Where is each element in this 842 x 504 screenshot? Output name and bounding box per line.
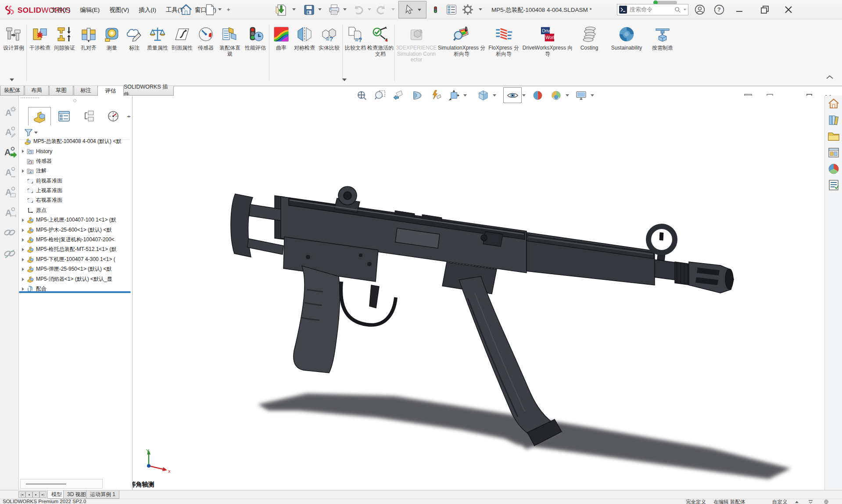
ribbon-item-compare-solids[interactable]: 实体比较 (317, 24, 341, 51)
apply-scene-dropdown[interactable] (566, 94, 569, 97)
undo-dropdown[interactable] (368, 8, 371, 11)
select-tool-button[interactable] (398, 1, 426, 18)
status-customize[interactable]: 自定义 (772, 499, 788, 504)
ribbon-item-hole-alignment[interactable]: 孔对齐 (77, 24, 100, 51)
chain-icon[interactable] (3, 247, 17, 261)
view-palette-icon[interactable] (828, 147, 840, 159)
propertymanager-tab[interactable] (53, 107, 75, 125)
status-expand-icon[interactable] (808, 500, 813, 504)
tree-item-right-plane[interactable]: 右视基准面 (19, 196, 132, 205)
user-account-button[interactable] (692, 4, 707, 16)
expand-arrow-icon[interactable] (19, 169, 27, 173)
ribbon-item-costing[interactable]: Costing (574, 24, 605, 51)
edit-note-icon[interactable] (3, 125, 17, 139)
rebuild-button[interactable] (428, 3, 442, 17)
ribbon-item-check-active-document[interactable]: 检查激活的文档 (367, 24, 394, 57)
view-orientation-button[interactable] (444, 87, 463, 103)
ribbon-item-mass-properties[interactable]: 质量属性 (145, 24, 170, 51)
tab-sketch[interactable]: 草图 (49, 86, 73, 96)
settings-dropdown[interactable] (479, 8, 482, 11)
ribbon-item-assembly-visualization[interactable]: 装配体直观 (217, 24, 243, 57)
view-settings-button[interactable] (572, 87, 590, 103)
help-button[interactable] (712, 4, 727, 16)
ribbon-item-symmetry-check[interactable]: 对称检查 (292, 24, 317, 51)
panel-drag-handle[interactable] (21, 97, 39, 99)
save-button[interactable] (302, 3, 316, 17)
expand-arrow-icon[interactable] (19, 268, 27, 271)
tab-motion-study-1[interactable]: 运动算例 1 (86, 490, 119, 499)
display-style-button[interactable] (474, 87, 492, 103)
ribbon-flyout-arrow[interactable] (10, 79, 14, 81)
tree-item-bolt-recoil[interactable]: MP5-枪栓|复进机构-100407-200< (19, 235, 132, 244)
print-button[interactable] (327, 3, 341, 17)
expand-arrow-icon[interactable] (19, 287, 27, 291)
ribbon-item-sustainability[interactable]: Sustainability (605, 24, 649, 51)
search-dropdown[interactable] (684, 9, 686, 11)
tree-item-annotations[interactable]: 注解 (19, 166, 132, 175)
tree-filter[interactable] (24, 128, 38, 137)
link-icon[interactable] (3, 225, 17, 239)
print-dropdown[interactable] (343, 8, 347, 11)
expand-arrow-icon[interactable] (19, 150, 27, 153)
next-tab-button[interactable]: ▸ (32, 491, 39, 498)
ribbon-item-curvature[interactable]: 曲率 (270, 24, 292, 51)
tab-layout[interactable]: 布局 (25, 86, 49, 96)
save-dropdown[interactable] (318, 8, 322, 11)
new-document-button[interactable] (203, 3, 217, 17)
previous-view-button[interactable] (389, 87, 408, 103)
ribbon-item-simulationxpress[interactable]: SimulationXpress 分析向导 (437, 24, 486, 57)
hide-show-items-button[interactable] (503, 87, 522, 103)
dynamic-annotation-views-button[interactable] (426, 87, 444, 103)
tree-item-stock-assembly[interactable]: MP5-枪托总装配-MT-512.1<1> (默 (19, 245, 132, 254)
expand-arrow-icon[interactable] (19, 248, 27, 251)
note-icon[interactable] (3, 165, 17, 179)
tree-item-front-plane[interactable]: 前视基准面 (19, 176, 132, 186)
tab-annotation[interactable]: 标注 (74, 86, 98, 96)
ribbon-item-compare-documents[interactable]: 比较文档 (344, 24, 367, 51)
graphics-viewport[interactable] (133, 96, 824, 490)
minimize-button[interactable] (732, 4, 747, 16)
display-style-dropdown[interactable] (493, 94, 496, 97)
ribbon-flyout-arrow[interactable] (342, 79, 347, 81)
hide-show-items-dropdown[interactable] (522, 94, 526, 97)
search-icon[interactable] (674, 7, 681, 13)
tree-item-lower-receiver[interactable]: MP5-下机匣-100407 4-300 1<1> ( (19, 255, 132, 264)
command-search[interactable]: 搜索命令 (617, 4, 688, 15)
ribbon-item-markup[interactable]: 标注 (123, 24, 145, 51)
pin-icon[interactable]: ✦ (224, 5, 233, 15)
custom-properties-icon[interactable] (828, 179, 840, 191)
filter-dropdown[interactable] (34, 132, 38, 134)
tree-item-flash-hider[interactable]: MP5-消焰器<1> (默认) <默认_显 (19, 275, 132, 284)
file-explorer-icon[interactable] (828, 130, 840, 143)
chevron-up-icon[interactable] (795, 501, 799, 503)
menu-file[interactable]: 文件(F) (49, 5, 72, 15)
ribbon-item-sensor[interactable]: 传感器 (194, 24, 217, 51)
last-tab-button[interactable]: ▸| (39, 491, 47, 498)
ribbon-item-measure[interactable]: 测量 (100, 24, 123, 51)
dimension-note-icon[interactable] (3, 205, 17, 219)
restore-button[interactable] (757, 4, 772, 16)
expand-arrow-icon[interactable] (19, 229, 27, 232)
export-note-icon[interactable]: A (3, 145, 17, 159)
new-document-dropdown[interactable] (218, 8, 222, 11)
view-settings-dropdown[interactable] (591, 94, 594, 97)
close-button[interactable] (781, 4, 796, 16)
rollback-bar[interactable] (19, 291, 131, 293)
open-button[interactable] (274, 3, 288, 17)
scrollbar-thumb[interactable] (26, 483, 66, 485)
appearances-icon[interactable] (828, 163, 840, 175)
tree-item-origin[interactable]: 原点 (19, 206, 132, 215)
first-tab-button[interactable]: |◂ (18, 491, 25, 498)
expand-arrow-icon[interactable] (19, 258, 27, 261)
ribbon-item-floxpress[interactable]: FloXpress 分析向导 (486, 24, 521, 57)
dimxpertmanager-tab[interactable] (102, 107, 125, 125)
prev-tab-button[interactable]: ◂ (25, 491, 32, 498)
design-library-icon[interactable] (828, 114, 840, 126)
tree-item-handguard[interactable]: MP5-护木-25-600<1> (默认) <默 (19, 225, 132, 235)
edit-appearance-button[interactable] (528, 87, 547, 103)
redo-button[interactable] (374, 3, 388, 17)
expand-arrow-icon[interactable] (19, 278, 27, 281)
gear-note-icon[interactable] (3, 105, 17, 119)
settings-button[interactable] (461, 3, 475, 17)
apply-scene-button[interactable] (547, 87, 565, 103)
